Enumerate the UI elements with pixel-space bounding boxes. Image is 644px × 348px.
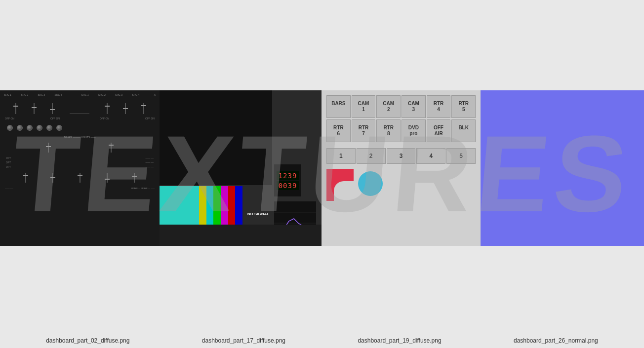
no-signal-text: NO SIGNAL: [247, 212, 269, 216]
knob-2[interactable]: [17, 125, 23, 131]
thumbnails-row: SRC 1 SRC 2 SRC 3 SRC 4 SRC 1 SRC 2 SRC …: [0, 90, 644, 246]
btn-dvdpro[interactable]: DVDpro: [402, 119, 426, 142]
black-screen: [160, 90, 272, 185]
btn-blk[interactable]: BLK: [451, 119, 476, 142]
btn-offair[interactable]: OFFAIR: [427, 119, 451, 142]
main-content: TEXTURES SRC 1 SRC 2 SRC 3 SRC 4 SRC 1 S…: [0, 0, 644, 348]
preview-pink: [326, 169, 354, 201]
btn-rtr4[interactable]: RTR4: [427, 95, 451, 118]
knob-1[interactable]: [7, 125, 13, 131]
file-label-2: dashboard_part_17_diffuse.png: [202, 337, 285, 344]
file-label-4: dashboard_part_26_normal.png: [514, 337, 598, 344]
digit-display-panel: 1239 0039: [274, 164, 301, 196]
btn-rtr7[interactable]: RTR7: [352, 119, 376, 142]
digit-bottom: 0039: [277, 181, 299, 190]
panel-switcher: BARS CAM1 CAM2 CAM3 RTR4 RTR5 RTR6 RTR7 …: [322, 90, 481, 246]
digit-top: 1239: [277, 171, 299, 180]
btn-2[interactable]: 2: [357, 148, 386, 164]
panel-dashboard: SRC 1 SRC 2 SRC 3 SRC 4 SRC 1 SRC 2 SRC …: [0, 90, 160, 246]
btn-rtr5[interactable]: RTR5: [451, 95, 476, 118]
knob-4[interactable]: [37, 125, 42, 131]
btn-3[interactable]: 3: [387, 148, 416, 164]
file-labels: dashboard_part_02_diffuse.png dashboard_…: [0, 337, 644, 344]
panel-video: 1239 0039: [160, 90, 322, 246]
btn-bars[interactable]: BARS: [326, 95, 351, 118]
knob-3[interactable]: [27, 125, 33, 131]
file-label-1: dashboard_part_02_diffuse.png: [46, 337, 129, 344]
color-bars: [160, 186, 242, 225]
btn-1[interactable]: 1: [326, 148, 356, 164]
btn-4[interactable]: 4: [416, 148, 445, 164]
btn-rtr8[interactable]: RTR8: [376, 119, 401, 142]
btn-cam1[interactable]: CAM1: [352, 95, 376, 118]
preview-cyan: [356, 169, 383, 201]
btn-cam2[interactable]: CAM2: [376, 95, 401, 118]
panel-blue: [481, 90, 644, 246]
knob-6[interactable]: [56, 125, 62, 131]
file-label-3: dashboard_part_19_diffuse.png: [358, 337, 441, 344]
no-signal-box: NO SIGNAL: [242, 203, 274, 225]
btn-5[interactable]: 5: [446, 148, 476, 164]
knob-5[interactable]: [46, 125, 52, 131]
no-signal-area: NO SIGNAL: [160, 225, 322, 246]
btn-cam3[interactable]: CAM3: [402, 95, 426, 118]
btn-rtr6[interactable]: RTR6: [326, 119, 351, 142]
